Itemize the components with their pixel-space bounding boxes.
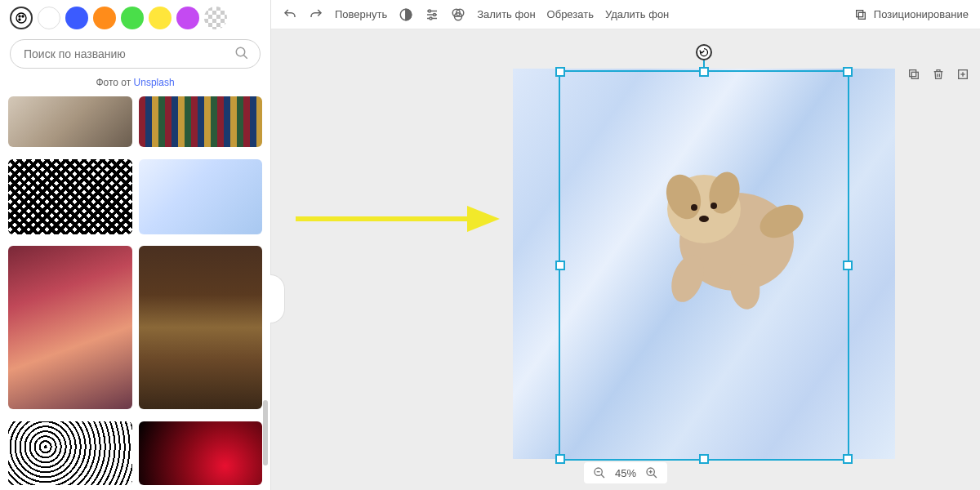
scrollbar[interactable]: [263, 400, 268, 466]
trash-icon[interactable]: [929, 65, 947, 83]
svg-point-11: [434, 13, 436, 16]
swatch-green[interactable]: [121, 7, 144, 29]
search-container: [0, 36, 270, 74]
svg-rect-18: [911, 72, 918, 78]
zoom-value: 45%: [615, 467, 636, 479]
svg-line-37: [653, 474, 657, 478]
add-icon[interactable]: [954, 65, 972, 83]
svg-rect-16: [857, 10, 863, 16]
top-toolbar: Повернуть Залить фон Обрезать Удалить фо…: [271, 0, 980, 29]
thumbnail[interactable]: [139, 96, 263, 147]
svg-point-4: [236, 47, 245, 56]
credit-link[interactable]: Unsplash: [134, 77, 175, 88]
resize-handle-bl[interactable]: [555, 454, 565, 464]
svg-line-34: [601, 474, 604, 478]
crop-button[interactable]: Обрезать: [547, 8, 594, 20]
svg-point-10: [429, 10, 431, 12]
svg-line-5: [243, 55, 247, 59]
thumbnail[interactable]: [139, 421, 263, 485]
positioning-button[interactable]: Позиционирование: [854, 8, 969, 21]
swatch-transparent[interactable]: [204, 7, 227, 29]
canvas-area: Повернуть Залить фон Обрезать Удалить фо…: [271, 0, 980, 490]
swatch-purple[interactable]: [176, 7, 199, 29]
thumbnail[interactable]: [8, 159, 132, 234]
resize-handle-br[interactable]: [843, 454, 853, 464]
undo-icon[interactable]: [283, 7, 297, 22]
positioning-label: Позиционирование: [874, 8, 969, 20]
swatch-white[interactable]: [38, 7, 60, 29]
thumbnail[interactable]: [8, 421, 132, 485]
svg-rect-17: [858, 12, 865, 19]
swatch-orange[interactable]: [93, 7, 116, 29]
rotate-handle[interactable]: [696, 44, 712, 60]
resize-handle-tl[interactable]: [555, 67, 565, 77]
contrast-icon[interactable]: [399, 7, 413, 22]
photo-credit: Фото от Unsplash: [0, 74, 270, 96]
svg-point-0: [16, 13, 26, 23]
credit-prefix: Фото от: [96, 77, 133, 88]
svg-point-3: [19, 19, 20, 20]
resize-handle-r[interactable]: [843, 261, 853, 270]
svg-point-2: [22, 16, 24, 17]
color-swatch-row: [0, 0, 270, 36]
swatch-blue[interactable]: [65, 7, 88, 29]
filter-icon[interactable]: [451, 7, 466, 22]
collapse-sidebar-tab[interactable]: [270, 274, 285, 323]
rotate-button[interactable]: Повернуть: [335, 8, 387, 20]
resize-handle-l[interactable]: [555, 261, 565, 270]
resize-handle-tr[interactable]: [843, 67, 853, 77]
thumbnail[interactable]: [139, 246, 263, 409]
thumbnail[interactable]: [8, 246, 132, 409]
artboard[interactable]: [513, 69, 895, 459]
search-icon: [234, 46, 249, 64]
zoom-in-icon[interactable]: [644, 466, 659, 480]
search-input[interactable]: [10, 39, 261, 69]
resize-handle-t[interactable]: [699, 67, 709, 77]
annotation-arrow: [296, 212, 500, 225]
remove-bg-button[interactable]: Удалить фон: [605, 8, 669, 20]
thumbnail[interactable]: [8, 96, 132, 147]
svg-point-12: [430, 17, 432, 20]
redo-icon[interactable]: [309, 7, 323, 22]
adjust-icon[interactable]: [425, 7, 439, 22]
svg-point-1: [19, 16, 20, 17]
sidebar: Фото от Unsplash: [0, 0, 271, 490]
thumbnail[interactable]: [139, 159, 263, 234]
zoom-out-icon[interactable]: [592, 466, 607, 480]
zoom-control: 45%: [584, 462, 667, 483]
canvas-background[interactable]: 45%: [271, 29, 980, 490]
resize-handle-b[interactable]: [699, 454, 709, 464]
swatch-yellow[interactable]: [149, 7, 172, 29]
svg-rect-19: [910, 70, 916, 77]
thumbnail-grid: [0, 96, 270, 490]
duplicate-icon[interactable]: [905, 65, 923, 83]
palette-icon[interactable]: [10, 7, 33, 29]
fill-bg-button[interactable]: Залить фон: [477, 8, 535, 20]
